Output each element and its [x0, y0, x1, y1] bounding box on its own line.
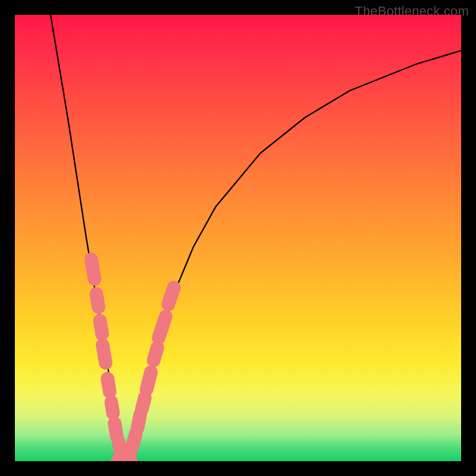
bead-marker	[133, 433, 136, 444]
bead-marker	[103, 345, 106, 363]
bead-marker	[159, 317, 166, 338]
bead-marker	[111, 402, 113, 413]
bead-marker	[92, 259, 95, 279]
bead-marker	[168, 287, 174, 304]
bead-marker	[108, 378, 110, 392]
bead-marker	[100, 321, 102, 334]
bead-marker	[142, 397, 145, 408]
bead-marker	[96, 294, 99, 307]
curve-overlay	[15, 15, 461, 461]
markers-group	[92, 259, 174, 461]
chart-frame: TheBottleneck.com	[0, 0, 476, 476]
bead-marker	[115, 423, 117, 436]
curve-right-arm	[127, 51, 462, 461]
bead-marker	[137, 415, 140, 428]
plot-area	[15, 15, 461, 461]
bead-marker	[118, 442, 121, 453]
bead-marker	[154, 347, 157, 361]
bead-marker	[146, 372, 151, 389]
